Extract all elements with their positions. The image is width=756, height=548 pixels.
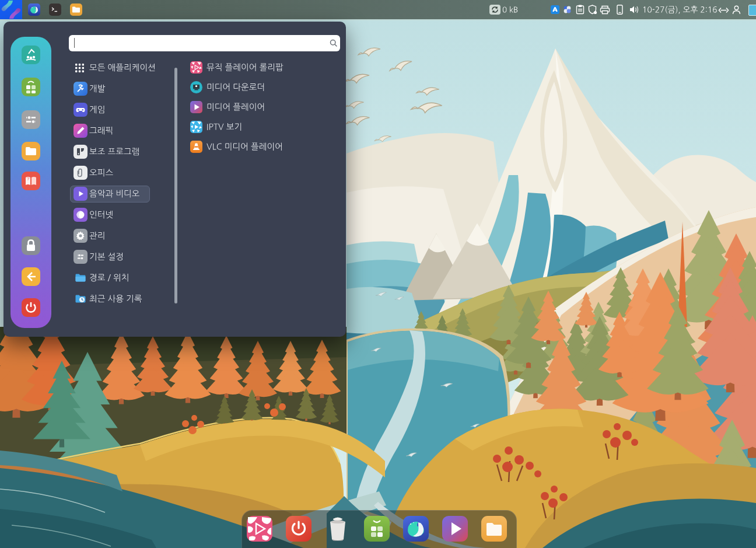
- svg-text:?: ?: [27, 176, 30, 181]
